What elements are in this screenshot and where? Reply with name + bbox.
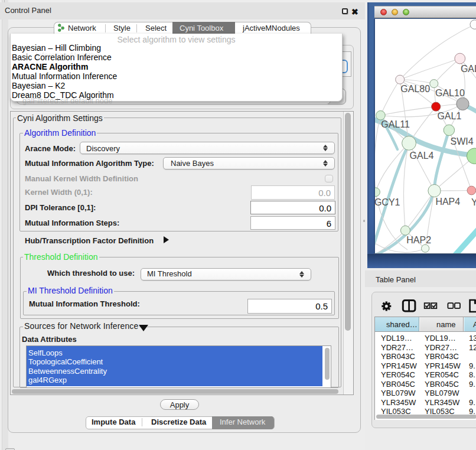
svg-text:Y: Y <box>471 197 476 207</box>
svg-text:GAL4: GAL4 <box>410 151 434 161</box>
svg-text:SWI4: SWI4 <box>451 136 474 146</box>
svg-text:GAL1: GAL1 <box>437 111 461 121</box>
svg-text:GAL80: GAL80 <box>400 84 430 94</box>
svg-text:HAP2: HAP2 <box>406 235 431 245</box>
svg-text:GAL11: GAL11 <box>381 119 410 129</box>
svg-text:GAL7: GAL7 <box>461 64 476 74</box>
svg-text:GAL10: GAL10 <box>435 88 465 98</box>
svg-text:HAP4: HAP4 <box>435 197 460 207</box>
svg-text:GCY1: GCY1 <box>375 197 400 207</box>
